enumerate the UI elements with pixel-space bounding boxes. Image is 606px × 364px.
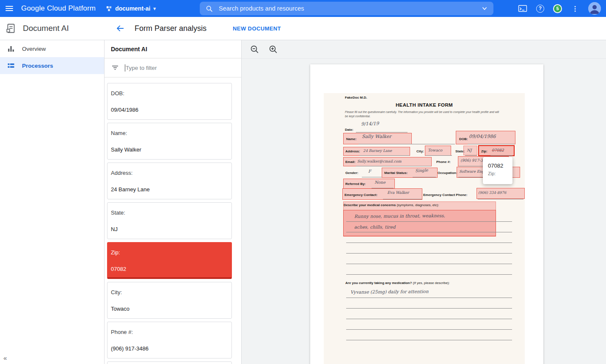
form-line: [346, 221, 512, 222]
referred-label: Referred By:: [345, 182, 366, 186]
new-document-button[interactable]: NEW DOCUMENT: [233, 25, 281, 32]
form-line: [346, 319, 512, 319]
field-value: (906) 917-3486: [111, 345, 149, 352]
zoom-out-icon[interactable]: [249, 44, 259, 55]
form-line: [346, 253, 512, 254]
sidebar-item-label: Processors: [22, 63, 53, 69]
emergency-contact-label: Emergency Contact:: [344, 193, 377, 197]
form-line: [356, 166, 431, 166]
medication-heading: Are you currently taking any medication?…: [345, 281, 450, 285]
city-label: City:: [416, 149, 424, 153]
medication-value: Vyvanse (25mg) daily for attention: [350, 289, 429, 295]
field-value: 07082: [111, 266, 126, 272]
hamburger-menu-icon[interactable]: [0, 0, 19, 17]
zoom-in-icon[interactable]: [268, 44, 278, 55]
global-search[interactable]: [200, 2, 493, 15]
field-card-city[interactable]: City: Towaco: [107, 282, 232, 319]
email-label: Email:: [345, 160, 355, 164]
notifications-badge[interactable]: 5: [553, 4, 562, 13]
form-intro: Please fill out the questionnaire carefu…: [345, 110, 502, 119]
field-label: Zip:: [111, 249, 120, 256]
occupation-label: Occupation:: [438, 171, 457, 175]
form-line: [346, 308, 512, 309]
more-options-icon[interactable]: ⋮: [571, 5, 579, 13]
gcp-logo[interactable]: Google Cloud Platform: [21, 4, 96, 13]
field-card-state[interactable]: State: NJ: [107, 202, 232, 239]
form-line: [362, 177, 382, 177]
form-line: [346, 232, 512, 232]
field-card-phone[interactable]: Phone #: (906) 917-3486: [107, 322, 232, 358]
address-value: 24 Barney Lane: [363, 149, 392, 153]
form-line: [356, 132, 408, 132]
field-label: Address:: [111, 170, 132, 176]
field-label: City:: [111, 289, 122, 295]
emergency-contact-value: Eva Walker: [387, 190, 409, 195]
tooltip-value: 07082: [488, 163, 507, 169]
medication-heading-rest: (If yes, please describe):: [412, 281, 449, 285]
emergency-phone-value: (906) 334-8976: [478, 190, 506, 195]
field-card-address[interactable]: Address: 24 Barney Lane: [107, 163, 232, 199]
search-expand-icon[interactable]: [482, 6, 488, 11]
cloud-shell-icon[interactable]: [518, 5, 527, 12]
field-value: 09/04/1986: [111, 107, 138, 113]
emergency-phone-label: Emergency Contact Phone:: [423, 193, 467, 197]
form-line: [465, 155, 477, 156]
form-line: [346, 298, 512, 298]
tooltip-label: Zip:: [488, 171, 507, 176]
gender-value: F: [368, 169, 371, 174]
form-line: [383, 199, 422, 199]
project-selector[interactable]: document-ai ▾: [106, 5, 156, 12]
viewer-toolbar: [242, 40, 606, 59]
concerns-line1: Runny nose, mucus in throat, weakness,: [354, 213, 445, 219]
field-label: State:: [111, 210, 125, 216]
field-label: Name:: [111, 130, 127, 136]
zip-label: Zip:: [481, 149, 488, 153]
state-value: NJ: [467, 148, 471, 152]
processors-icon: [7, 62, 15, 69]
phone-label: Phone #:: [436, 160, 451, 164]
concerns-heading-bold: Describe your medical concerns: [344, 203, 396, 207]
back-button[interactable]: [116, 23, 126, 33]
date-label: Date:: [345, 128, 353, 132]
field-card-dob[interactable]: DOB: 09/04/1986: [107, 83, 232, 120]
caret-down-icon: ▾: [153, 6, 156, 11]
topbar-actions: ? 5 ⋮: [518, 0, 606, 17]
field-value: NJ: [111, 226, 118, 232]
field-card-list: DOB: 09/04/1986 Name: Sally Walker Addre…: [105, 77, 241, 364]
form-line: [426, 155, 452, 156]
collapse-nav-icon[interactable]: «: [3, 354, 7, 361]
medication-heading-bold: Are you currently taking any medication?: [345, 281, 412, 285]
overview-icon: [7, 45, 15, 52]
marital-label: Marital Status:: [384, 171, 408, 175]
form-line: [359, 155, 409, 156]
sidebar-item-processors[interactable]: Processors: [0, 57, 104, 74]
project-icon: [106, 6, 112, 12]
form-line: [490, 155, 512, 156]
field-card-clipped[interactable]: [107, 361, 232, 364]
marital-value: Single: [415, 168, 428, 173]
field-tooltip: 07082 Zip:: [483, 157, 512, 184]
filter-bar[interactable]: [105, 58, 241, 77]
form-line: [346, 274, 512, 275]
help-icon[interactable]: ?: [536, 5, 544, 13]
name-label: Name:: [346, 137, 356, 141]
search-icon: [206, 5, 213, 12]
document-ai-logo-icon: [6, 23, 17, 34]
panel-title: Document AI: [105, 40, 241, 58]
text-caret: [125, 64, 125, 72]
form-line: [478, 199, 523, 199]
avatar[interactable]: [588, 2, 601, 15]
form-line: [346, 329, 512, 330]
field-card-zip-selected[interactable]: Zip: 07082: [107, 242, 232, 279]
date-value: 9/14/19: [361, 121, 379, 127]
page-title: Form Parser analysis: [135, 24, 207, 33]
sidebar-item-label: Overview: [22, 46, 46, 52]
search-input[interactable]: [219, 5, 482, 12]
form-line: [346, 243, 512, 243]
address-label: Address:: [345, 149, 360, 153]
city-value: Towaco: [428, 148, 442, 152]
sidebar-item-overview[interactable]: Overview: [0, 40, 104, 57]
field-card-name[interactable]: Name: Sally Walker: [107, 123, 232, 160]
filter-input[interactable]: [126, 65, 241, 71]
field-value: Towaco: [111, 306, 129, 312]
